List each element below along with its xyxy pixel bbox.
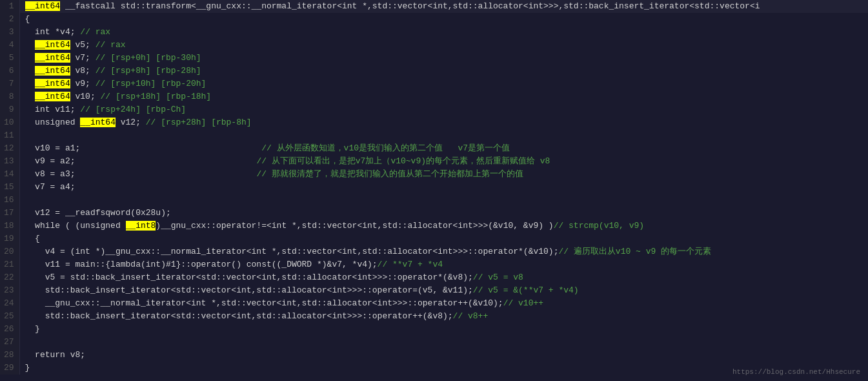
table-row: 5 __int64 v7; // [rsp+0h] [rbp-30h] <box>0 52 868 65</box>
table-row: 2{ <box>0 13 868 26</box>
line-number: 29 <box>0 362 19 375</box>
table-row: 6 __int64 v8; // [rsp+8h] [rbp-28h] <box>0 65 868 77</box>
line-number: 3 <box>0 26 19 39</box>
code-text: v12 = __readfsqword(0x28u); <box>25 208 171 218</box>
code-text: v11 = main::{lambda(int)#1}::operator() … <box>25 260 378 269</box>
line-content: __int64 v5; // rax <box>19 39 868 52</box>
line-number: 21 <box>0 258 19 271</box>
code-text: } <box>25 324 40 334</box>
line-content: std::back_insert_iterator<std::vector<in… <box>19 284 868 297</box>
line-number: 2 <box>0 13 19 26</box>
line-number: 1 <box>0 0 19 13</box>
table-row: 28 return v8; <box>0 349 868 362</box>
line-content: v8 = a3; // 那就很清楚了，就是把我们输入的值从第二个开始都加上第一个… <box>19 168 868 181</box>
code-text: v10; <box>70 92 101 101</box>
int64-highlight: __int64 <box>25 1 61 11</box>
code-text: v9; <box>70 79 96 88</box>
watermark: https://blog.csdn.net/Hhsecure <box>732 368 860 376</box>
code-table: 1__int64 __fastcall std::transform<__gnu… <box>0 0 868 375</box>
line-number: 26 <box>0 323 19 336</box>
code-comment: // v8++ <box>453 311 489 321</box>
line-number: 20 <box>0 245 19 258</box>
code-text: while ( (unsigned <box>25 221 126 231</box>
int64-highlight: __int64 <box>35 66 70 76</box>
table-row: 19 { <box>0 232 868 245</box>
line-content <box>19 194 868 207</box>
table-row: 3 int *v4; // rax <box>0 26 868 39</box>
code-comment: // 那就很清楚了，就是把我们输入的值从第二个开始都加上第一个的值 <box>256 169 523 179</box>
table-row: 21 v11 = main::{lambda(int)#1}::operator… <box>0 258 868 271</box>
line-content: v9 = a2; // 从下面可以看出，是把v7加上（v10~v9)的每个元素，… <box>19 155 868 168</box>
int64-highlight: __int64 <box>35 92 70 101</box>
code-text: v9 = a2; <box>25 156 76 166</box>
line-content: v12 = __readfsqword(0x28u); <box>19 207 868 220</box>
code-comment: // v10++ <box>503 298 543 308</box>
table-row: 9 int v11; // [rsp+24h] [rbp-Ch] <box>0 103 868 116</box>
table-row: 23 std::back_insert_iterator<std::vector… <box>0 284 868 297</box>
code-text <box>25 66 35 76</box>
code-text: } <box>25 363 30 373</box>
code-text: unsigned <box>25 118 81 127</box>
code-text <box>25 92 35 101</box>
int64-highlight: __int64 <box>35 40 70 50</box>
code-text: std::back_insert_iterator<std::vector<in… <box>25 311 453 321</box>
code-text: int v11; <box>25 105 81 114</box>
line-content: v11 = main::{lambda(int)#1}::operator() … <box>19 258 868 271</box>
table-row: 16 <box>0 194 868 207</box>
line-number: 25 <box>0 310 19 323</box>
line-content: __int64 __fastcall std::transform<__gnu_… <box>19 0 868 13</box>
code-comment: // [rsp+10h] [rbp-20h] <box>96 79 207 88</box>
line-content: std::back_insert_iterator<std::vector<in… <box>19 310 868 323</box>
code-text: v5 = std::back_insert_iterator<std::vect… <box>25 273 473 282</box>
line-content: { <box>19 13 868 26</box>
line-content: v5 = std::back_insert_iterator<std::vect… <box>19 271 868 284</box>
line-number: 13 <box>0 155 19 168</box>
code-comment: // [rsp+8h] [rbp-28h] <box>96 66 201 76</box>
table-row: 17 v12 = __readfsqword(0x28u); <box>0 207 868 220</box>
line-number: 14 <box>0 168 19 181</box>
line-content: v7 = a4; <box>19 181 868 194</box>
line-content: unsigned __int64 v12; // [rsp+28h] [rbp-… <box>19 116 868 129</box>
code-text: return v8; <box>25 350 86 360</box>
code-text <box>25 40 35 50</box>
code-comment: // v5 = &(**v7 + *v4) <box>473 285 579 295</box>
line-content: __int64 v8; // [rsp+8h] [rbp-28h] <box>19 65 868 77</box>
code-comment: // [rsp+28h] [rbp-8h] <box>146 118 252 127</box>
int64-highlight: __int64 <box>80 118 116 127</box>
code-comment: // 遍历取出从v10 ~ v9 的每一个元素 <box>558 247 711 256</box>
code-text: v8 = a3; <box>25 169 76 179</box>
code-comment: // 从外层函数知道，v10是我们输入的第二个值 v7是第一个值 <box>261 143 510 153</box>
code-text: v4 = (int *)__gnu_cxx::__normal_iterator… <box>25 247 559 256</box>
code-comment: // rax <box>80 27 110 37</box>
code-comment: // **v7 + *v4 <box>378 260 443 269</box>
code-text: v10 = a1; <box>25 143 81 153</box>
code-text: v5; <box>70 40 96 50</box>
line-content <box>19 336 868 349</box>
table-row: 25 std::back_insert_iterator<std::vector… <box>0 310 868 323</box>
int64-highlight: __int64 <box>35 79 70 88</box>
table-row: 11 <box>0 129 868 142</box>
table-row: 15 v7 = a4; <box>0 181 868 194</box>
code-text <box>76 169 257 179</box>
line-content: __int64 v10; // [rsp+18h] [rbp-18h] <box>19 90 868 103</box>
code-text <box>76 156 257 166</box>
line-number: 22 <box>0 271 19 284</box>
table-row: 1__int64 __fastcall std::transform<__gnu… <box>0 0 868 13</box>
line-number: 19 <box>0 232 19 245</box>
int64-highlight: __int64 <box>35 53 70 63</box>
line-number: 11 <box>0 129 19 142</box>
code-comment: // [rsp+24h] [rbp-Ch] <box>80 105 186 114</box>
line-content: int v11; // [rsp+24h] [rbp-Ch] <box>19 103 868 116</box>
line-number: 23 <box>0 284 19 297</box>
line-content: __int64 v7; // [rsp+0h] [rbp-30h] <box>19 52 868 65</box>
table-row: 26 } <box>0 323 868 336</box>
code-text: { <box>25 14 30 24</box>
code-text: { <box>25 234 40 243</box>
line-content: __int64 v9; // [rsp+10h] [rbp-20h] <box>19 77 868 90</box>
line-content: __gnu_cxx::__normal_iterator<int *,std::… <box>19 297 868 310</box>
code-text: v8; <box>70 66 96 76</box>
code-viewer: 1__int64 __fastcall std::transform<__gnu… <box>0 0 868 381</box>
line-number: 5 <box>0 52 19 65</box>
table-row: 12 v10 = a1; // 从外层函数知道，v10是我们输入的第二个值 v7… <box>0 142 868 155</box>
line-number: 10 <box>0 116 19 129</box>
